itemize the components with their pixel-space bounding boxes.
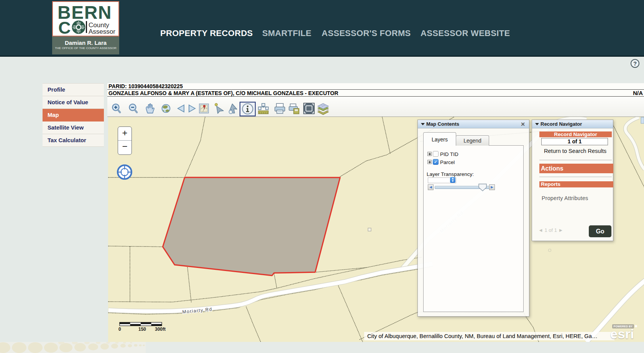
svg-text:0: 0 [118, 327, 121, 332]
svg-text:150: 150 [138, 327, 146, 332]
svg-text:300ft: 300ft [155, 327, 166, 332]
